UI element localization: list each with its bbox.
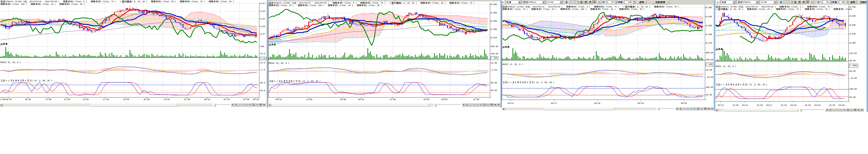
svg-text:35.00: 35.00 bbox=[849, 96, 856, 98]
svg-text:04/14: 04/14 bbox=[507, 102, 514, 104]
svg-text:60: 60 bbox=[826, 1, 829, 3]
svg-text:( 9, 26, 52 ): ( 9, 26, 52 ) bbox=[131, 1, 151, 3]
svg-text:115.00: 115.00 bbox=[849, 52, 857, 55]
svg-text:70.0: 70.0 bbox=[260, 53, 265, 55]
svg-text:9,59: 9,59 bbox=[260, 26, 265, 28]
svg-text:16:30: 16:30 bbox=[757, 104, 763, 106]
svg-text:9,480: 9,480 bbox=[849, 42, 856, 44]
svg-text:( 9, 26, 52 ): ( 9, 26, 52 ) bbox=[401, 2, 421, 4]
svg-text:2:40: 2:40 bbox=[0, 98, 5, 101]
svg-text:( 9, 26, 52 ): ( 9, 26, 52 ) bbox=[635, 6, 654, 8]
svg-text:( Close, 75 ): ( Close, 75 ) bbox=[785, 8, 805, 10]
svg-text:18:40: 18:40 bbox=[123, 98, 129, 101]
svg-text:225mini 12/06( 15: 225mini 12/06( 15 bbox=[274, 2, 294, 4]
svg-text:12/06: 12/06 bbox=[547, 1, 553, 3]
svg-text:12:00: 12:00 bbox=[390, 98, 396, 101]
svg-text:( Close, 20 ): ( Close, 20 ) bbox=[278, 4, 298, 7]
svg-text:04/20: 04/20 bbox=[204, 98, 210, 101]
svg-text:04/18: 04/18 bbox=[790, 104, 797, 106]
svg-text:20:00: 20:00 bbox=[340, 98, 346, 101]
svg-text:9,62: 9,62 bbox=[260, 18, 265, 20]
svg-text:9,640: 9,640 bbox=[706, 16, 712, 18]
svg-text:04/20: 04/20 bbox=[441, 98, 447, 101]
svg-text:500: 500 bbox=[841, 1, 845, 3]
svg-text:95.00: 95.00 bbox=[491, 82, 497, 84]
svg-text:04/20: 04/20 bbox=[839, 104, 844, 106]
svg-text:× 100: × 100 bbox=[706, 63, 712, 66]
svg-text:04/13: 04/13 bbox=[718, 104, 724, 106]
svg-text:( Close, 5 ): ( Close, 5 ) bbox=[789, 6, 807, 8]
svg-text:( Close, 75 ): ( Close, 75 ) bbox=[603, 6, 623, 8]
svg-text:( Close, 25 ): ( Close, 25 ) bbox=[663, 6, 679, 8]
svg-text:( Close, 25 ): ( Close, 25 ) bbox=[430, 2, 449, 4]
svg-text:9,590: 9,590 bbox=[849, 24, 856, 26]
svg-text:14.0: 14.0 bbox=[260, 62, 265, 64]
svg-text:04/18: 04/18 bbox=[594, 102, 600, 104]
svg-text:12:00: 12:00 bbox=[306, 98, 312, 101]
svg-text:345.00: 345.00 bbox=[491, 45, 498, 48]
svg-text:09:20: 09:20 bbox=[253, 98, 259, 101]
svg-text:9,605: 9,605 bbox=[491, 20, 497, 22]
svg-text:( 9, 26, 52 ): ( 9, 26, 52 ) bbox=[727, 8, 747, 10]
svg-text:500: 500 bbox=[628, 1, 632, 3]
svg-text:T: T bbox=[598, 1, 600, 3]
svg-text:17:20: 17:20 bbox=[103, 98, 109, 101]
svg-text:( Close, 5 ): ( Close, 5 ) bbox=[342, 2, 360, 4]
svg-text:( Close, 150 ): ( Close, 150 ) bbox=[307, 4, 328, 7]
svg-text:-2.50: -2.50 bbox=[491, 69, 497, 71]
svg-text:200.00: 200.00 bbox=[706, 59, 713, 61]
svg-text:( Close, 75 ): ( Close, 75 ) bbox=[817, 6, 832, 8]
svg-text:-2.0: -2.0 bbox=[260, 69, 265, 71]
svg-text:× 1000: × 1000 bbox=[850, 65, 857, 67]
svg-text:1: 1 bbox=[788, 1, 789, 3]
svg-text:( 14, 3, 80, 20 ): ( 14, 3, 80, 20 ) bbox=[32, 80, 52, 82]
svg-text:9,695: 9,695 bbox=[706, 7, 712, 9]
svg-text:16:30: 16:30 bbox=[781, 104, 787, 106]
svg-text:30: 30 bbox=[611, 1, 614, 3]
svg-text:14:40: 14:40 bbox=[83, 98, 89, 101]
svg-text:9,515: 9,515 bbox=[491, 37, 497, 39]
svg-text:225mini: 225mini bbox=[528, 1, 536, 3]
svg-text:( 14, 3, 80, 20 ): ( 14, 3, 80, 20 ) bbox=[747, 84, 767, 86]
svg-text:( Close, 20 ): ( Close, 20 ) bbox=[218, 1, 234, 3]
svg-text:( Close, 75 ): ( Close, 75 ) bbox=[459, 2, 474, 4]
svg-text:100.00: 100.00 bbox=[706, 86, 713, 88]
svg-text:16:30: 16:30 bbox=[805, 104, 811, 106]
svg-text:12/06: 12/06 bbox=[761, 1, 767, 3]
svg-text:( 14, 3, 80, 20 ): ( 14, 3, 80, 20 ) bbox=[300, 80, 320, 83]
svg-text:12:00: 12:00 bbox=[45, 98, 51, 101]
svg-text:MACD( 12, 26, 9 ): MACD( 12, 26, 9 ) bbox=[716, 65, 736, 68]
svg-text:9,700: 9,700 bbox=[849, 6, 856, 8]
svg-text:9,645: 9,645 bbox=[849, 15, 856, 17]
svg-text:( Close, 40 ): ( Close, 40 ) bbox=[69, 3, 85, 5]
svg-text:22:40: 22:40 bbox=[184, 98, 190, 101]
svg-text:( Close, 5 ): ( Close, 5 ) bbox=[576, 6, 594, 8]
svg-text:MACD( 12, 26, 9 ): MACD( 12, 26, 9 ) bbox=[502, 63, 523, 66]
svg-text:12:00: 12:00 bbox=[473, 98, 479, 101]
svg-text:9,530: 9,530 bbox=[706, 33, 712, 36]
svg-text:( 14, 3, 80, 20 ): ( 14, 3, 80, 20 ) bbox=[534, 82, 554, 84]
svg-text:( Close, 10 ): ( Close, 10 ) bbox=[40, 3, 59, 5]
svg-text:( Close, 75 ): ( Close, 75 ) bbox=[189, 1, 209, 3]
svg-text:, 2012/04/12 - 2012/04/20 ): , 2012/04/12 - 2012/04/20 ) bbox=[530, 6, 566, 8]
svg-text:( Close, 10 ): ( Close, 10 ) bbox=[600, 8, 619, 10]
svg-text:13:20: 13:20 bbox=[64, 98, 70, 101]
svg-text:( Close, 40 ): ( Close, 40 ) bbox=[366, 4, 382, 7]
svg-text:-15.00: -15.00 bbox=[849, 77, 857, 80]
svg-text:-15.00: -15.00 bbox=[706, 76, 713, 79]
svg-text:130.00: 130.00 bbox=[491, 53, 498, 55]
svg-text:225mini: 225mini bbox=[742, 1, 751, 3]
svg-text:20:00: 20:00 bbox=[423, 98, 429, 101]
svg-text:( Close, 5 ): ( Close, 5 ) bbox=[72, 1, 91, 3]
svg-text:( Close, 25 ): ( Close, 25 ) bbox=[160, 1, 180, 3]
svg-text:9,650: 9,650 bbox=[491, 12, 497, 14]
svg-text:( Close, 150 ): ( Close, 150 ) bbox=[570, 8, 590, 10]
svg-text:35.0: 35.0 bbox=[260, 90, 265, 92]
svg-text:04/17: 04/17 bbox=[551, 102, 557, 104]
svg-text:( Close, 20 ): ( Close, 20 ) bbox=[814, 8, 834, 10]
svg-text:09:20: 09:20 bbox=[6, 98, 12, 101]
svg-text:40.00: 40.00 bbox=[849, 60, 856, 62]
svg-text:35.00: 35.00 bbox=[706, 69, 712, 71]
svg-text:9,475: 9,475 bbox=[706, 42, 712, 44]
svg-text:( Close, 25 ): ( Close, 25 ) bbox=[756, 8, 776, 10]
